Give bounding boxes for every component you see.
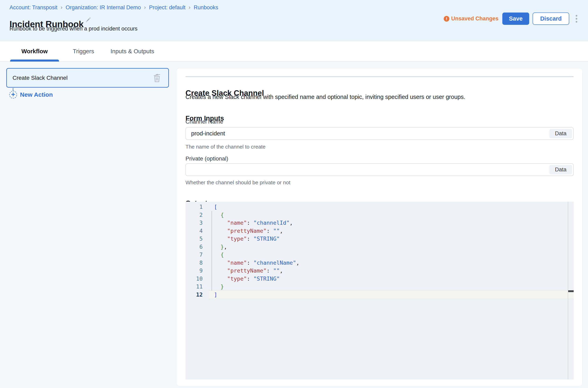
breadcrumb-separator-icon: › — [189, 4, 190, 10]
kebab-dot-icon — [576, 21, 577, 23]
line-number: 10 — [186, 276, 209, 282]
code-line-text: } — [209, 283, 224, 290]
code-line-text: "name": "channelName", — [209, 260, 299, 266]
new-action-label: New Action — [20, 91, 53, 98]
discard-button[interactable]: Discard — [533, 13, 569, 25]
channel-name-data-button[interactable]: Data — [549, 129, 572, 138]
delete-action-button[interactable] — [152, 72, 162, 84]
breadcrumb-organization[interactable]: Organization: IR Internal Demo — [66, 4, 141, 11]
kebab-dot-icon — [576, 18, 577, 20]
detail-top-divider — [186, 76, 574, 77]
private-help: Whether the channel should be private or… — [186, 179, 290, 186]
pencil-icon — [84, 21, 92, 24]
private-data-button[interactable]: Data — [549, 165, 572, 174]
code-line[interactable]: 10 "type": "STRING" — [186, 275, 574, 283]
code-line-text: "prettyName": "", — [209, 228, 283, 234]
breadcrumb-separator-icon: › — [61, 4, 62, 10]
plus-circle-icon: + — [9, 91, 17, 98]
code-line[interactable]: 2 { — [186, 211, 574, 219]
code-line[interactable]: 9 "prettyName": "", — [186, 267, 574, 275]
editor-scrollbar-thumb[interactable] — [568, 290, 574, 292]
code-line-text: ] — [209, 291, 217, 298]
edit-title-button[interactable] — [84, 16, 92, 24]
code-line[interactable]: 7 { — [186, 251, 574, 259]
code-line[interactable]: 4 "prettyName": "", — [186, 227, 574, 235]
outputs-code-editor[interactable]: 1[2 {3 "name": "channelId",4 "prettyName… — [186, 202, 574, 380]
breadcrumb: Account: Transposit › Organization: IR I… — [9, 4, 218, 11]
channel-name-label: Channel Name — [186, 119, 223, 125]
channel-name-field: Data — [186, 127, 574, 140]
private-label: Private (optional) — [186, 155, 228, 162]
tab-triggers[interactable]: Triggers — [59, 41, 108, 61]
code-line[interactable]: 3 "name": "channelId", — [186, 219, 574, 227]
channel-name-input[interactable] — [186, 128, 551, 140]
private-input[interactable] — [186, 164, 551, 176]
breadcrumb-project[interactable]: Project: default — [149, 4, 186, 11]
kebab-dot-icon — [576, 15, 577, 17]
tab-bar: Workflow Triggers Inputs & Outputs — [0, 41, 588, 62]
code-line-text: "type": "STRING" — [209, 276, 280, 282]
code-line[interactable]: 6 }, — [186, 243, 574, 251]
tab-workflow[interactable]: Workflow — [10, 41, 59, 61]
line-number: 8 — [186, 260, 209, 266]
code-line-text: { — [209, 212, 224, 218]
breadcrumb-runbooks[interactable]: Runbooks — [194, 4, 218, 11]
runbook-editor-screen: Account: Transposit › Organization: IR I… — [0, 0, 588, 388]
channel-name-help: The name of the channel to create — [186, 144, 266, 150]
code-line-text: "name": "channelId", — [209, 220, 293, 226]
kebab-menu-button[interactable] — [574, 14, 579, 24]
page-header: Account: Transposit › Organization: IR I… — [0, 0, 588, 41]
breadcrumb-separator-icon: › — [144, 4, 146, 10]
line-number: 7 — [186, 252, 209, 258]
code-line-text: "type": "STRING" — [209, 236, 280, 242]
save-button[interactable]: Save — [502, 13, 529, 25]
line-number: 6 — [186, 244, 209, 250]
new-action-button[interactable]: + New Action — [9, 91, 53, 98]
workflow-action-card[interactable]: Create Slack Channel — [6, 68, 169, 88]
code-line[interactable]: 8 "name": "channelName", — [186, 259, 574, 267]
line-number: 3 — [186, 220, 209, 226]
code-line-text: { — [209, 252, 224, 258]
code-line[interactable]: 1[ — [186, 203, 574, 211]
action-card-label: Create Slack Channel — [13, 75, 67, 81]
action-detail-panel: Create Slack Channel Creates a new Slack… — [176, 68, 583, 386]
line-number: 5 — [186, 236, 209, 242]
private-field: Data — [186, 163, 574, 176]
code-line[interactable]: 11 } — [186, 283, 574, 291]
trash-icon — [152, 81, 162, 84]
code-line[interactable]: 12] — [186, 291, 574, 299]
code-line[interactable]: 5 "type": "STRING" — [186, 235, 574, 243]
line-number: 4 — [186, 228, 209, 234]
page-subtitle: Runbook to be triggered when a prod inci… — [9, 26, 137, 32]
line-number: 11 — [186, 283, 209, 290]
code-line-text: }, — [209, 244, 227, 250]
unsaved-changes-badge: ! Unsaved Changes — [444, 16, 499, 22]
action-description: Creates a new Slack channel with specifi… — [186, 94, 465, 100]
header-actions: ! Unsaved Changes Save Discard — [444, 13, 579, 25]
code-lines: 1[2 {3 "name": "channelId",4 "prettyName… — [186, 203, 574, 299]
line-number: 12 — [186, 291, 209, 298]
line-number: 9 — [186, 267, 209, 274]
warning-icon: ! — [444, 16, 449, 22]
line-number: 2 — [186, 212, 209, 218]
line-number: 1 — [186, 204, 209, 210]
breadcrumb-account[interactable]: Account: Transposit — [9, 4, 57, 11]
code-line-text: "prettyName": "", — [209, 267, 283, 274]
code-line-text: [ — [209, 204, 217, 210]
unsaved-changes-label: Unsaved Changes — [451, 16, 499, 22]
tab-inputs-outputs[interactable]: Inputs & Outputs — [108, 41, 157, 61]
active-tab-underline — [10, 60, 59, 62]
